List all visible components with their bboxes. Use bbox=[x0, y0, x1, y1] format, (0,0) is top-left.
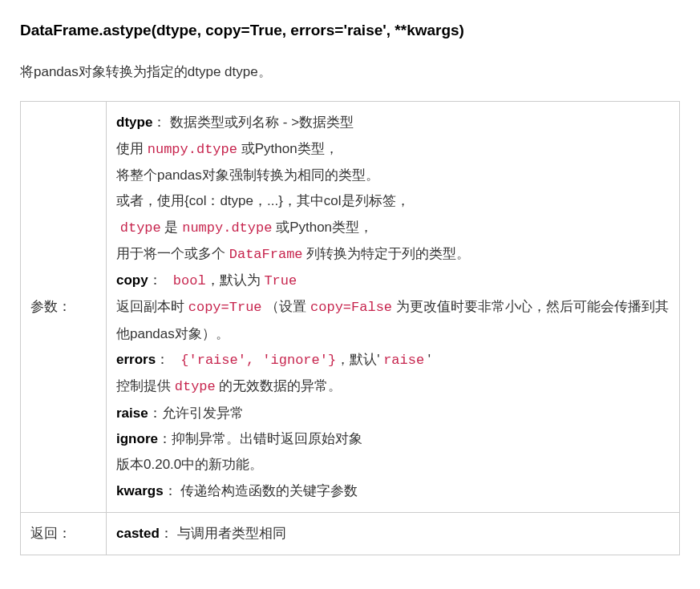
sep: ： bbox=[148, 405, 162, 421]
param-kwargs-line: kwargs： 传递给构造函数的关键字参数 bbox=[116, 478, 670, 504]
param-dtype-line3: 将整个pandas对象强制转换为相同的类型。 bbox=[116, 163, 670, 188]
text: 使用 bbox=[116, 141, 148, 156]
params-content-cell: dtype： 数据类型或列名称 - >数据类型 使用 numpy.dtype 或… bbox=[107, 102, 680, 512]
code-inline: copy=True bbox=[188, 300, 262, 315]
param-copy-line2: 返回副本时 copy=True （设置 copy=False 为更改值时要非常小… bbox=[116, 294, 670, 347]
code-inline: numpy.dtype bbox=[182, 220, 272, 236]
text: 控制提供 bbox=[116, 378, 175, 393]
param-copy-line1: copy： bool，默认为 True bbox=[116, 268, 670, 294]
param-raise-line: raise：允许引发异常 bbox=[116, 401, 670, 426]
new-in-version: 版本0.20.0中的新功能。 bbox=[116, 452, 670, 478]
param-name: copy bbox=[116, 272, 148, 288]
param-name: kwargs bbox=[116, 483, 164, 498]
param-ignore-line: ignore：抑制异常。出错时返回原始对象 bbox=[116, 426, 670, 452]
param-name: casted bbox=[116, 526, 160, 541]
return-casted-line: casted： 与调用者类型相同 bbox=[116, 521, 670, 547]
code-inline: bool bbox=[173, 273, 206, 288]
text: 与调用者类型相同 bbox=[173, 526, 286, 541]
code-inline: numpy.dtype bbox=[148, 142, 237, 157]
text: ，默认为 bbox=[206, 272, 265, 288]
param-dtype-line1: dtype： 数据类型或列名称 - >数据类型 bbox=[116, 110, 670, 135]
params-table: 参数： dtype： 数据类型或列名称 - >数据类型 使用 numpy.dty… bbox=[20, 101, 680, 555]
code-inline: {'raise', 'ignore'} bbox=[180, 353, 336, 368]
param-name: errors bbox=[116, 352, 156, 367]
text: 返回副本时 bbox=[116, 299, 188, 314]
param-dtype-line6: 用于将一个或多个 DataFrame 列转换为特定于列的类型。 bbox=[116, 241, 670, 268]
param-name: raise bbox=[116, 405, 148, 421]
returns-content-cell: casted： 与调用者类型相同 bbox=[107, 512, 680, 555]
text: 传递给构造函数的关键字参数 bbox=[177, 483, 358, 498]
sep: ： bbox=[156, 352, 169, 367]
code-inline: raise bbox=[383, 353, 424, 368]
sep: ： bbox=[148, 272, 162, 288]
returns-label-cell: 返回： bbox=[21, 512, 107, 555]
table-row: 返回： casted： 与调用者类型相同 bbox=[21, 512, 680, 555]
param-name: dtype bbox=[116, 115, 152, 130]
text: 或Python类型， bbox=[272, 220, 373, 235]
sep: ： bbox=[152, 115, 166, 130]
param-errors-line1: errors： {'raise', 'ignore'}，默认' raise ' bbox=[116, 347, 670, 373]
sep: ： bbox=[160, 526, 173, 541]
param-errors-line2: 控制提供 dtype 的无效数据的异常。 bbox=[116, 373, 670, 400]
method-signature: DataFrame.astype(dtype, copy=True, error… bbox=[20, 16, 680, 45]
table-row: 参数： dtype： 数据类型或列名称 - >数据类型 使用 numpy.dty… bbox=[21, 102, 680, 512]
text: ' bbox=[424, 352, 431, 367]
text: 的无效数据的异常。 bbox=[216, 378, 342, 393]
code-inline: DataFrame bbox=[229, 247, 303, 262]
params-label-cell: 参数： bbox=[21, 102, 107, 512]
text: ，默认' bbox=[336, 352, 383, 367]
param-dtype-line5: dtype 是 numpy.dtype 或Python类型， bbox=[116, 215, 670, 241]
sep: ： bbox=[164, 483, 177, 498]
text: 用于将一个或多个 bbox=[116, 246, 229, 261]
param-dtype-line4: 或者，使用{col：dtype，...}，其中col是列标签， bbox=[116, 188, 670, 214]
param-dtype-line2: 使用 numpy.dtype 或Python类型， bbox=[116, 136, 670, 163]
text: 列转换为特定于列的类型。 bbox=[303, 246, 471, 261]
method-description: 将pandas对象转换为指定的dtype dtype。 bbox=[20, 59, 680, 85]
text: 允许引发异常 bbox=[162, 405, 244, 421]
text: 数据类型或列名称 - >数据类型 bbox=[166, 115, 354, 130]
code-inline: True bbox=[264, 273, 297, 288]
text: （设置 bbox=[265, 299, 310, 314]
sep: ： bbox=[158, 431, 172, 446]
text: 是 bbox=[161, 220, 182, 235]
text: 或Python类型， bbox=[237, 141, 338, 156]
code-inline: dtype bbox=[175, 379, 216, 394]
text: 抑制异常。出错时返回原始对象 bbox=[172, 431, 362, 446]
param-name: ignore bbox=[116, 431, 158, 446]
code-inline: dtype bbox=[120, 220, 161, 236]
code-inline: copy=False bbox=[310, 300, 392, 315]
